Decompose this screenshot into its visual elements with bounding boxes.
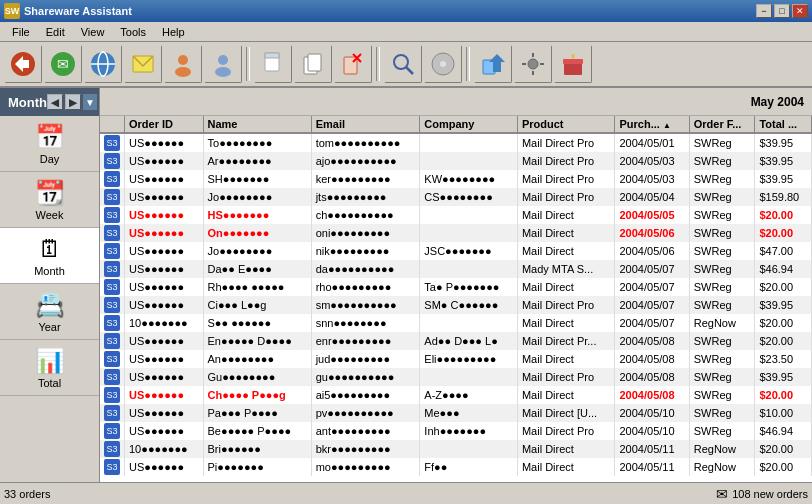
col-order-from[interactable]: Order F...: [689, 116, 755, 133]
row-order-from: SWReg: [689, 242, 755, 260]
row-company: [420, 133, 518, 152]
cd-button[interactable]: [424, 45, 462, 83]
row-total: $39.95: [755, 368, 812, 386]
col-email[interactable]: Email: [311, 116, 420, 133]
table-row[interactable]: S3 US●●●●●● Ar●●●●●●●● ajo●●●●●●●●●● Mai…: [100, 152, 812, 170]
row-company: JSC●●●●●●●: [420, 242, 518, 260]
row-email: enr●●●●●●●●●: [311, 332, 420, 350]
person-button[interactable]: [164, 45, 202, 83]
row-total: $39.95: [755, 170, 812, 188]
row-order-from: SWReg: [689, 368, 755, 386]
year-label: Year: [38, 321, 60, 333]
mail-button[interactable]: ✉: [44, 45, 82, 83]
col-purch-date[interactable]: Purch... ▲: [615, 116, 689, 133]
letter-button[interactable]: [124, 45, 162, 83]
table-row[interactable]: S3 US●●●●●● An●●●●●●●● jud●●●●●●●●● Eli●…: [100, 350, 812, 368]
table-row[interactable]: S3 US●●●●●● Jo●●●●●●●● nik●●●●●●●●● JSC●…: [100, 242, 812, 260]
toolbar-separator-1: [246, 47, 250, 81]
delete-button[interactable]: [334, 45, 372, 83]
table-row[interactable]: S3 US●●●●●● Be●●●●● P●●●● ant●●●●●●●●● I…: [100, 422, 812, 440]
prev-period-button[interactable]: ◀: [47, 94, 63, 110]
minimize-button[interactable]: −: [756, 4, 772, 18]
col-company[interactable]: Company: [420, 116, 518, 133]
table-row[interactable]: S3 10●●●●●●● Bri●●●●●● bkr●●●●●●●●● Mail…: [100, 440, 812, 458]
table-row[interactable]: S3 US●●●●●● Ci●●● L●●g sm●●●●●●●●●● SM● …: [100, 296, 812, 314]
row-order-from: RegNow: [689, 458, 755, 476]
export-button[interactable]: [474, 45, 512, 83]
row-product: Mail Direct Pr...: [517, 332, 615, 350]
row-company: Me●●●: [420, 404, 518, 422]
col-icon[interactable]: [100, 116, 125, 133]
table-row[interactable]: S3 US●●●●●● Pi●●●●●●● mo●●●●●●●●● Ff●● M…: [100, 458, 812, 476]
close-button[interactable]: ✕: [792, 4, 808, 18]
person2-button[interactable]: [204, 45, 242, 83]
settings-button[interactable]: [514, 45, 552, 83]
gift-button[interactable]: [554, 45, 592, 83]
globe-button[interactable]: [84, 45, 122, 83]
nav-item-total[interactable]: 📊 Total: [0, 340, 99, 396]
row-name: Jo●●●●●●●●: [203, 242, 311, 260]
row-product: Mail Direct Pro: [517, 170, 615, 188]
row-type-icon: S3: [104, 459, 120, 475]
row-order-id: US●●●●●●: [125, 170, 204, 188]
row-name: Rh●●●● ●●●●●: [203, 278, 311, 296]
table-row[interactable]: S3 US●●●●●● On●●●●●●● oni●●●●●●●●● Mail …: [100, 224, 812, 242]
row-company: [420, 206, 518, 224]
row-company: Ff●●: [420, 458, 518, 476]
back-button[interactable]: [4, 45, 42, 83]
search-button[interactable]: [384, 45, 422, 83]
table-row[interactable]: S3 US●●●●●● Rh●●●● ●●●●● rho●●●●●●●●● Ta…: [100, 278, 812, 296]
row-company: Ad●● D●●● L●: [420, 332, 518, 350]
next-period-button[interactable]: ▶: [65, 94, 81, 110]
menu-help[interactable]: Help: [154, 24, 193, 40]
row-type-icon: S3: [104, 405, 120, 421]
row-icon-cell: S3: [100, 152, 125, 170]
col-name[interactable]: Name: [203, 116, 311, 133]
row-product: Mail Direct: [517, 350, 615, 368]
menu-view[interactable]: View: [73, 24, 113, 40]
row-total: $46.94: [755, 422, 812, 440]
table-row[interactable]: S3 US●●●●●● Jo●●●●●●●● jts●●●●●●●●● CS●●…: [100, 188, 812, 206]
row-purch-date: 2004/05/06: [615, 224, 689, 242]
row-order-id: 10●●●●●●●: [125, 440, 204, 458]
table-row[interactable]: S3 US●●●●●● Gu●●●●●●●● gu●●●●●●●●●● Mail…: [100, 368, 812, 386]
menu-file[interactable]: File: [4, 24, 38, 40]
svg-point-11: [215, 67, 231, 77]
table-row[interactable]: S3 10●●●●●●● S●● ●●●●●● snn●●●●●●●● Mail…: [100, 314, 812, 332]
col-order-id[interactable]: Order ID: [125, 116, 204, 133]
table-row[interactable]: S3 US●●●●●● En●●●●● D●●●● enr●●●●●●●●● A…: [100, 332, 812, 350]
row-order-from: SWReg: [689, 133, 755, 152]
table-row[interactable]: S3 US●●●●●● HS●●●●●●● ch●●●●●●●●●● Mail …: [100, 206, 812, 224]
table-row[interactable]: S3 US●●●●●● Pa●●● P●●●● pv●●●●●●●●●● Me●…: [100, 404, 812, 422]
nav-arrows: ◀ ▶ ▼: [47, 94, 97, 110]
row-order-from: RegNow: [689, 314, 755, 332]
row-purch-date: 2004/05/06: [615, 242, 689, 260]
row-name: Ci●●● L●●g: [203, 296, 311, 314]
col-total[interactable]: Total ...: [755, 116, 812, 133]
nav-item-week[interactable]: 📆 Week: [0, 172, 99, 228]
row-order-id: 10●●●●●●●: [125, 314, 204, 332]
row-email: da●●●●●●●●●●: [311, 260, 420, 278]
nav-item-month[interactable]: 🗓 Month: [0, 228, 99, 284]
period-header: Month ◀ ▶ ▼: [0, 88, 99, 116]
row-order-id: US●●●●●●: [125, 386, 204, 404]
table-row[interactable]: S3 US●●●●●● Ch●●●● P●●●g ai5●●●●●●●●● A-…: [100, 386, 812, 404]
row-icon-cell: S3: [100, 170, 125, 188]
row-name: On●●●●●●●: [203, 224, 311, 242]
col-product[interactable]: Product: [517, 116, 615, 133]
period-dropdown-button[interactable]: ▼: [83, 94, 97, 110]
new-doc-button[interactable]: [254, 45, 292, 83]
nav-item-day[interactable]: 📅 Day: [0, 116, 99, 172]
row-icon-cell: S3: [100, 350, 125, 368]
table-row[interactable]: S3 US●●●●●● To●●●●●●●● tom●●●●●●●●●● Mai…: [100, 133, 812, 152]
copy-button[interactable]: [294, 45, 332, 83]
row-company: Eli●●●●●●●●●: [420, 350, 518, 368]
orders-table-container[interactable]: Order ID Name Email Company Product Purc…: [100, 116, 812, 482]
table-row[interactable]: S3 US●●●●●● SH●●●●●●● ker●●●●●●●●● KW●●●…: [100, 170, 812, 188]
maximize-button[interactable]: □: [774, 4, 790, 18]
menu-edit[interactable]: Edit: [38, 24, 73, 40]
menu-tools[interactable]: Tools: [112, 24, 154, 40]
table-row[interactable]: S3 US●●●●●● Da●● E●●●● da●●●●●●●●●● Mady…: [100, 260, 812, 278]
row-order-from: SWReg: [689, 224, 755, 242]
nav-item-year[interactable]: 📇 Year: [0, 284, 99, 340]
